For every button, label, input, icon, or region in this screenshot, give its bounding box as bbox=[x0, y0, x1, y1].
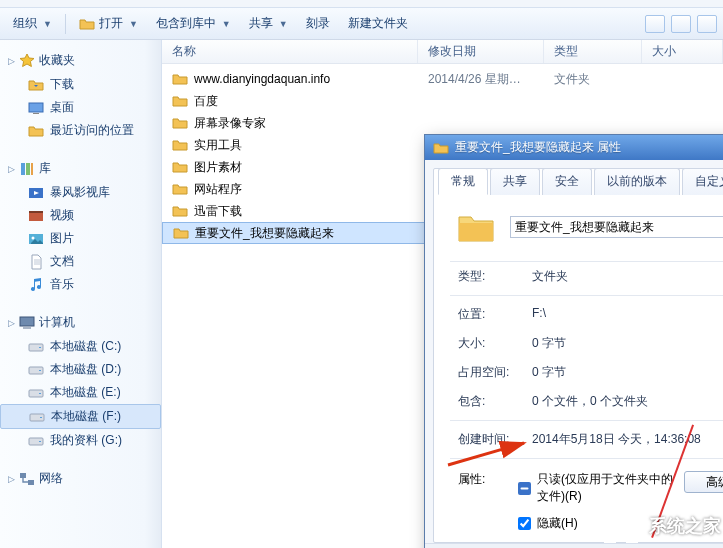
svg-rect-11 bbox=[23, 327, 31, 329]
include-button[interactable]: 包含到库中 ▼ bbox=[149, 12, 238, 36]
svg-rect-2 bbox=[21, 163, 25, 175]
divider bbox=[65, 14, 66, 34]
newfolder-button[interactable]: 新建文件夹 bbox=[341, 12, 415, 36]
row-ctime: 创建时间:2014年5月18日 今天，14:36:08 bbox=[450, 425, 723, 454]
help-button[interactable] bbox=[697, 15, 717, 33]
properties-dialog: 重要文件_我想要隐藏起来 属性 常规 共享 安全 以前的版本 自定义 bbox=[424, 134, 723, 548]
open-label: 打开 bbox=[99, 15, 123, 32]
colhdr-size[interactable]: 大小 bbox=[642, 40, 723, 63]
file-name: 图片素材 bbox=[194, 159, 242, 176]
dialog-titlebar[interactable]: 重要文件_我想要隐藏起来 属性 bbox=[425, 135, 723, 160]
tab-custom[interactable]: 自定义 bbox=[682, 168, 723, 195]
collapse-icon: ▷ bbox=[8, 164, 15, 174]
hidden-input[interactable] bbox=[518, 517, 531, 530]
sidebar-sec-fav[interactable]: ▷ 收藏夹 bbox=[0, 48, 161, 73]
colhdr-name[interactable]: 名称 bbox=[162, 40, 418, 63]
svg-rect-13 bbox=[39, 347, 41, 348]
sidebar-item-drive[interactable]: 本地磁盘 (E:) bbox=[0, 381, 161, 404]
readonly-input[interactable] bbox=[518, 482, 531, 495]
desktop-icon bbox=[28, 100, 44, 116]
sidebar-item-drive[interactable]: 我的资料 (G:) bbox=[0, 429, 161, 452]
sidebar-item-label: 本地磁盘 (E:) bbox=[50, 384, 121, 401]
burn-label: 刻录 bbox=[306, 15, 330, 32]
file-row[interactable]: 百度 bbox=[162, 90, 723, 112]
chevron-down-icon: ▼ bbox=[129, 19, 138, 29]
sidebar-sec-lib[interactable]: ▷ 库 bbox=[0, 156, 161, 181]
document-icon bbox=[28, 254, 44, 270]
organize-button[interactable]: 组织 ▼ bbox=[6, 12, 59, 36]
tab-share[interactable]: 共享 bbox=[490, 168, 540, 195]
readonly-label: 只读(仅应用于文件夹中的文件)(R) bbox=[537, 471, 674, 505]
sidebar-item-label: 音乐 bbox=[50, 276, 74, 293]
sidebar-item-label: 暴风影视库 bbox=[50, 184, 110, 201]
file-type: 文件夹 bbox=[554, 71, 652, 88]
readonly-checkbox[interactable]: 只读(仅应用于文件夹中的文件)(R) bbox=[518, 471, 674, 505]
sidebar-item-pictures[interactable]: 图片 bbox=[0, 227, 161, 250]
tabs: 常规 共享 安全 以前的版本 自定义 bbox=[438, 168, 723, 195]
file-row[interactable]: www.dianyingdaquan.info2014/4/26 星期…文件夹 bbox=[162, 68, 723, 90]
dialog-body: 常规 共享 安全 以前的版本 自定义 类型:文件夹 bbox=[433, 168, 723, 543]
file-date: 2014/4/26 星期… bbox=[428, 71, 554, 88]
svg-point-9 bbox=[32, 236, 35, 239]
sidebar-item-drive[interactable]: 本地磁盘 (F:) bbox=[0, 404, 161, 429]
svg-rect-4 bbox=[31, 163, 33, 175]
row-disk: 占用空间:0 字节 bbox=[450, 358, 723, 387]
video-icon bbox=[28, 185, 44, 201]
row-attr: 属性: 只读(仅应用于文件夹中的文件)(R) 隐藏(H) bbox=[450, 463, 723, 532]
music-icon bbox=[28, 277, 44, 293]
chevron-down-icon: ▼ bbox=[279, 19, 288, 29]
hidden-label: 隐藏(H) bbox=[537, 515, 578, 532]
folder-icon bbox=[172, 93, 188, 109]
file-name: 重要文件_我想要隐藏起来 bbox=[195, 225, 334, 242]
tab-security[interactable]: 安全 bbox=[542, 168, 592, 195]
main: ▷ 收藏夹 下载 桌面 最近访问的位置 ▷ 库 暴风影视库 视频 bbox=[0, 40, 723, 548]
divider bbox=[450, 295, 723, 296]
svg-rect-19 bbox=[40, 417, 42, 418]
sidebar-item-recent[interactable]: 最近访问的位置 bbox=[0, 119, 161, 142]
open-button[interactable]: 打开 ▼ bbox=[72, 12, 145, 36]
menubar bbox=[0, 0, 723, 8]
folder-name-input[interactable] bbox=[510, 216, 723, 238]
folder-icon bbox=[172, 137, 188, 153]
sidebar-item-baofeng[interactable]: 暴风影视库 bbox=[0, 181, 161, 204]
share-button[interactable]: 共享 ▼ bbox=[242, 12, 295, 36]
hidden-checkbox[interactable]: 隐藏(H) bbox=[518, 515, 674, 532]
sidebar-item-drive[interactable]: 本地磁盘 (D:) bbox=[0, 358, 161, 381]
sidebar-item-drive[interactable]: 本地磁盘 (C:) bbox=[0, 335, 161, 358]
sidebar-sec-label: 网络 bbox=[39, 470, 63, 487]
tab-prev[interactable]: 以前的版本 bbox=[594, 168, 680, 195]
sidebar-item-docs[interactable]: 文档 bbox=[0, 250, 161, 273]
svg-rect-21 bbox=[39, 441, 41, 442]
preview-pane-button[interactable] bbox=[671, 15, 691, 33]
sidebar-sec-net[interactable]: ▷ 网络 bbox=[0, 466, 161, 491]
colhdr-type[interactable]: 类型 bbox=[544, 40, 642, 63]
svg-rect-22 bbox=[20, 473, 26, 478]
folder-icon bbox=[172, 71, 188, 87]
folder-icon bbox=[173, 225, 189, 241]
collapse-icon: ▷ bbox=[8, 318, 15, 328]
computer-icon bbox=[19, 315, 35, 331]
view-button[interactable] bbox=[645, 15, 665, 33]
file-name: 百度 bbox=[194, 93, 218, 110]
burn-button[interactable]: 刻录 bbox=[299, 12, 337, 36]
row-size: 大小:0 字节 bbox=[450, 329, 723, 358]
sidebar-item-downloads[interactable]: 下载 bbox=[0, 73, 161, 96]
svg-rect-3 bbox=[26, 163, 30, 175]
file-row[interactable]: 屏幕录像专家 bbox=[162, 112, 723, 134]
colhdr-date[interactable]: 修改日期 bbox=[418, 40, 544, 63]
sidebar-item-label: 最近访问的位置 bbox=[50, 122, 134, 139]
sidebar-item-label: 视频 bbox=[50, 207, 74, 224]
drive-icon bbox=[28, 433, 44, 449]
advanced-button[interactable]: 高级(D)... bbox=[684, 471, 723, 493]
collapse-icon: ▷ bbox=[8, 474, 15, 484]
pictures-icon bbox=[28, 231, 44, 247]
file-name: 网站程序 bbox=[194, 181, 242, 198]
sidebar-sec-pc[interactable]: ▷ 计算机 bbox=[0, 310, 161, 335]
sidebar-item-music[interactable]: 音乐 bbox=[0, 273, 161, 296]
open-icon bbox=[79, 16, 95, 32]
sidebar-item-label: 图片 bbox=[50, 230, 74, 247]
tab-general[interactable]: 常规 bbox=[438, 168, 488, 195]
sidebar-item-desktop[interactable]: 桌面 bbox=[0, 96, 161, 119]
sidebar-item-video[interactable]: 视频 bbox=[0, 204, 161, 227]
dialog-title: 重要文件_我想要隐藏起来 属性 bbox=[455, 139, 723, 156]
